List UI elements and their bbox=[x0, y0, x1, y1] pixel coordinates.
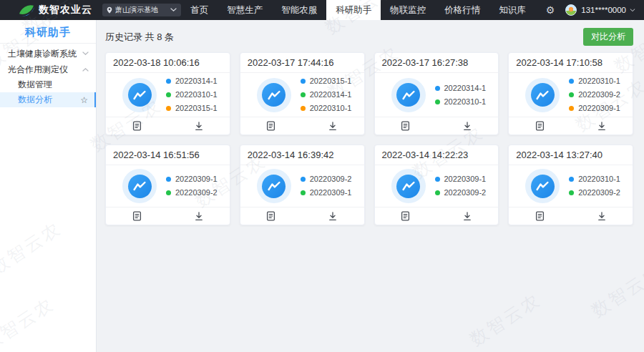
report-button[interactable] bbox=[375, 207, 436, 225]
content-header: 历史记录 共 8 条 对比分析 bbox=[97, 20, 644, 52]
sidebar-title: 科研助手 bbox=[0, 20, 96, 44]
location-label: 萧山演示基地 bbox=[115, 5, 158, 15]
card-datetime: 2022-03-14 13:27:40 bbox=[509, 145, 633, 165]
card-body: 20220310-120220309-220220309-1 bbox=[509, 73, 633, 117]
card-body: 20220314-120220310-1 bbox=[375, 73, 499, 117]
sidebar-group-photosynthesis-meter[interactable]: 光合作用测定仪 bbox=[0, 62, 96, 77]
history-card[interactable]: 2022-03-14 13:27:40 20220310-120220309-2 bbox=[508, 145, 633, 225]
card-datetime: 2022-03-14 17:10:58 bbox=[509, 53, 633, 73]
gear-icon[interactable]: ⚙ bbox=[546, 0, 555, 20]
legend-dot-blue bbox=[166, 79, 171, 84]
nav-item-smart-production[interactable]: 智慧生产 bbox=[218, 0, 272, 20]
history-card-grid: 2022-03-18 10:06:16 20220314-120220310-1… bbox=[97, 52, 644, 225]
chevron-up-icon bbox=[82, 67, 89, 72]
legend-label: 20220309-1 bbox=[175, 175, 218, 184]
history-card[interactable]: 2022-03-14 16:39:42 20220309-220220309-1 bbox=[240, 145, 365, 225]
card-body: 20220309-120220309-2 bbox=[375, 165, 499, 207]
legend-label: 20220314-1 bbox=[310, 90, 352, 99]
history-card[interactable]: 2022-03-18 10:06:16 20220314-120220310-1… bbox=[105, 52, 230, 135]
legend-dot-blue bbox=[166, 177, 171, 182]
legend-item: 20220309-2 bbox=[569, 90, 620, 99]
chevron-down-icon bbox=[82, 52, 89, 56]
report-button[interactable] bbox=[106, 207, 167, 225]
download-button[interactable] bbox=[571, 117, 633, 135]
user-menu[interactable]: 131****0000 bbox=[565, 0, 635, 20]
history-card[interactable]: 2022-03-14 16:51:56 20220309-120220309-2 bbox=[105, 145, 230, 225]
download-button[interactable] bbox=[571, 207, 633, 225]
compare-analysis-button[interactable]: 对比分析 bbox=[583, 28, 633, 46]
card-legend: 20220310-120220309-220220309-1 bbox=[569, 77, 620, 113]
star-icon[interactable]: ☆ bbox=[80, 96, 88, 104]
history-card[interactable]: 2022-03-14 17:10:58 20220310-120220309-2… bbox=[508, 52, 633, 135]
card-legend: 20220309-120220309-2 bbox=[166, 175, 218, 197]
download-button[interactable] bbox=[167, 207, 229, 225]
card-legend: 20220309-220220309-1 bbox=[301, 175, 352, 197]
app-logo[interactable]: 数智农业云 bbox=[17, 0, 92, 20]
download-button[interactable] bbox=[167, 117, 229, 135]
nav-item-knowledge-base[interactable]: 知识库 bbox=[489, 0, 535, 20]
legend-item: 20220309-1 bbox=[166, 175, 218, 184]
line-chart-icon bbox=[122, 78, 157, 112]
history-card[interactable]: 2022-03-17 16:27:38 20220314-120220310-1 bbox=[374, 52, 499, 135]
card-body: 20220315-120220314-120220310-1 bbox=[240, 73, 364, 117]
leaf-logo-icon bbox=[17, 4, 35, 17]
history-card[interactable]: 2022-03-14 14:22:23 20220309-120220309-2 bbox=[374, 145, 499, 225]
legend-dot-green bbox=[569, 190, 574, 195]
legend-dot-green bbox=[166, 92, 171, 97]
history-card[interactable]: 2022-03-17 17:44:16 20220315-120220314-1… bbox=[240, 52, 365, 135]
legend-label: 20220310-1 bbox=[578, 77, 620, 86]
sidebar-group-soil-diagnosis[interactable]: 土壤健康诊断系统 bbox=[0, 46, 96, 62]
avatar bbox=[565, 4, 577, 16]
card-footer bbox=[106, 117, 230, 135]
card-datetime: 2022-03-14 16:39:42 bbox=[240, 145, 364, 165]
base-location-select[interactable]: 萧山演示基地 bbox=[102, 4, 181, 16]
legend-label: 20220309-1 bbox=[310, 188, 352, 197]
nav-item-home[interactable]: 首页 bbox=[181, 0, 218, 20]
sidebar-item-data-analysis[interactable]: 数据分析 ☆ bbox=[0, 92, 96, 107]
line-chart-icon bbox=[525, 169, 560, 203]
card-footer bbox=[240, 117, 364, 135]
nav-item-iot-monitoring[interactable]: 物联监控 bbox=[381, 0, 435, 20]
card-legend: 20220310-120220309-2 bbox=[569, 175, 620, 197]
legend-label: 20220310-1 bbox=[310, 104, 352, 113]
card-footer bbox=[240, 207, 364, 225]
legend-item: 20220310-1 bbox=[569, 77, 620, 86]
card-legend: 20220314-120220310-120220315-1 bbox=[166, 77, 218, 113]
report-button[interactable] bbox=[240, 207, 302, 225]
username: 131****0000 bbox=[581, 6, 626, 14]
legend-item: 20220309-1 bbox=[569, 104, 620, 113]
legend-label: 20220310-1 bbox=[578, 175, 620, 184]
card-footer bbox=[375, 207, 499, 225]
sidebar-item-data-management[interactable]: 数据管理 bbox=[0, 77, 96, 92]
card-footer bbox=[509, 117, 633, 135]
main-nav: 首页智慧生产智能农服科研助手物联监控价格行情知识库 bbox=[181, 0, 535, 20]
group-label: 光合作用测定仪 bbox=[8, 64, 68, 76]
report-button[interactable] bbox=[509, 117, 570, 135]
card-body: 20220310-120220309-2 bbox=[509, 165, 633, 207]
legend-dot-blue bbox=[435, 86, 440, 91]
submenu-label: 数据分析 bbox=[18, 94, 52, 106]
report-button[interactable] bbox=[240, 117, 302, 135]
line-chart-icon bbox=[391, 169, 426, 203]
download-button[interactable] bbox=[436, 117, 498, 135]
app-title: 数智农业云 bbox=[39, 4, 92, 16]
nav-item-research-assistant[interactable]: 科研助手 bbox=[326, 0, 381, 20]
legend-item: 20220315-1 bbox=[301, 77, 352, 86]
report-button[interactable] bbox=[375, 117, 436, 135]
main-content: 历史记录 共 8 条 对比分析 2022-03-18 10:06:16 2022… bbox=[97, 20, 644, 352]
download-button[interactable] bbox=[302, 207, 364, 225]
report-button[interactable] bbox=[509, 207, 570, 225]
legend-item: 20220310-1 bbox=[569, 175, 620, 184]
nav-item-price-quotes[interactable]: 价格行情 bbox=[435, 0, 489, 20]
line-chart-icon bbox=[391, 78, 426, 112]
legend-item: 20220309-1 bbox=[435, 175, 487, 184]
legend-label: 20220314-1 bbox=[444, 84, 487, 93]
report-button[interactable] bbox=[106, 117, 167, 135]
download-button[interactable] bbox=[436, 207, 498, 225]
nav-item-smart-agri-service[interactable]: 智能农服 bbox=[272, 0, 326, 20]
card-body: 20220309-220220309-1 bbox=[240, 165, 364, 207]
legend-item: 20220314-1 bbox=[435, 84, 487, 93]
card-legend: 20220314-120220310-1 bbox=[435, 84, 487, 107]
download-button[interactable] bbox=[302, 117, 364, 135]
history-count-title: 历史记录 共 8 条 bbox=[105, 31, 174, 44]
